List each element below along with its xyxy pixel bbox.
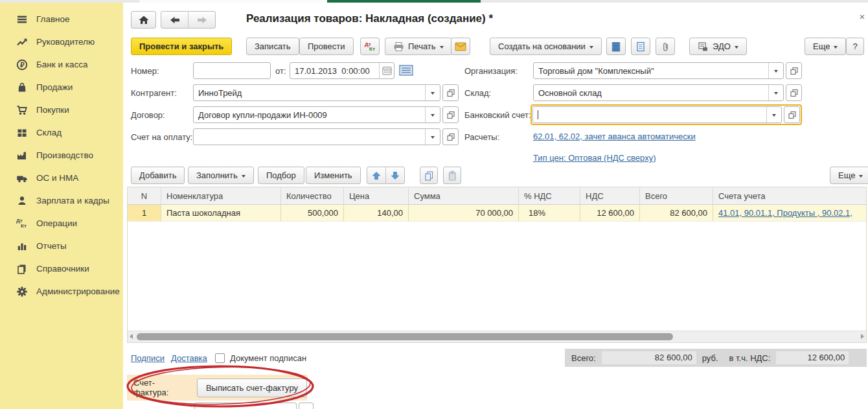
back-button[interactable] — [161, 12, 188, 28]
dropdown-button[interactable] — [425, 129, 440, 145]
warehouse-field[interactable]: Основной склад — [533, 84, 802, 101]
accounts-link[interactable]: 41.01, 90.01.1, Продукты , 90.02.1, — [718, 208, 852, 218]
pick-button[interactable]: Подбор — [258, 167, 304, 184]
document-structure-button[interactable] — [631, 38, 650, 55]
settlements-link[interactable]: 62.01, 62.02, зачет аванса автоматически — [533, 132, 696, 141]
paste-button[interactable] — [443, 167, 461, 184]
forward-button[interactable] — [188, 12, 215, 28]
dropdown-button[interactable] — [766, 107, 781, 123]
dtkt-button[interactable]: ДтКт — [360, 38, 380, 55]
number-field[interactable] — [193, 62, 271, 79]
save-button[interactable]: Записать — [246, 38, 299, 55]
total-value: 82 600,00 — [602, 351, 696, 364]
column-header-accounts[interactable]: Счета учета — [713, 187, 866, 204]
register-records-button[interactable] — [606, 38, 626, 55]
sidebar-item-bank-i-kassa[interactable]: Банк и касса — [0, 53, 123, 76]
invoice-field-button[interactable] — [299, 403, 314, 409]
arrow-up-icon — [372, 171, 381, 180]
totals-bar: Всего: 82 600,00 руб. в т.ч. НДС: 12 600… — [565, 349, 867, 367]
delivery-link[interactable]: Доставка — [171, 353, 207, 363]
contract-field[interactable]: Договор купли-продажи ИН-0009 — [193, 106, 459, 123]
sidebar-item-rukovoditelyu[interactable]: Руководителю — [0, 30, 123, 53]
print-button[interactable]: Печать — [385, 38, 452, 55]
dropdown-button[interactable] — [425, 85, 440, 100]
sidebar-item-spravochniki[interactable]: Справочники — [0, 257, 123, 280]
home-button[interactable] — [131, 11, 156, 29]
close-icon[interactable]: × — [856, 10, 868, 22]
column-header-sum[interactable]: Сумма — [409, 187, 519, 204]
more-button[interactable]: Еще — [805, 38, 846, 55]
sidebar-item-sklad[interactable]: Склад — [0, 121, 123, 144]
column-header-nomenclature[interactable]: Номенклатура — [161, 187, 281, 204]
price-type-link[interactable]: Тип цен: Оптовая (НДС сверху) — [533, 153, 656, 163]
column-header-total[interactable]: Всего — [640, 187, 713, 204]
open-button[interactable] — [784, 106, 800, 123]
copy-button[interactable] — [420, 167, 438, 184]
chevron-down-icon — [440, 46, 444, 49]
open-button[interactable] — [786, 84, 802, 101]
attachments-button[interactable] — [656, 38, 675, 55]
scroll-right-icon[interactable] — [861, 334, 864, 339]
chevron-down-icon — [774, 70, 778, 73]
issue-invoice-button[interactable]: Выписать счет-фактуру — [197, 379, 307, 397]
organization-field[interactable]: Торговый дом "Комплексный" — [533, 62, 802, 79]
scroll-left-icon[interactable] — [130, 334, 133, 339]
cell-price: 140,00 — [344, 205, 409, 221]
sidebar-item-otchety[interactable]: Отчеты — [0, 235, 123, 257]
browser-tab-strip — [0, 0, 868, 3]
dropdown-button[interactable] — [768, 85, 783, 100]
create-based-on-button[interactable]: Создать на основании — [490, 38, 602, 55]
sidebar-item-operacii[interactable]: ДтКт Операции — [0, 212, 123, 235]
date-field[interactable]: 17.01.2013 0:00:00 — [290, 62, 394, 79]
warehouse-label: Склад: — [464, 84, 491, 101]
post-and-close-button[interactable]: Провести и закрыть — [131, 38, 232, 55]
sidebar-item-pokupki[interactable]: Покупки — [0, 99, 123, 121]
add-row-button[interactable]: Добавить — [131, 167, 185, 184]
signatures-link[interactable]: Подписи — [131, 353, 165, 363]
sidebar-item-os-i-nma[interactable]: ОС и НМА — [0, 167, 123, 189]
calendar-button[interactable] — [379, 63, 394, 78]
cell-accounts: 41.01, 90.01.1, Продукты , 90.02.1, — [713, 205, 866, 221]
invoice-for-payment-label: Счет на оплату: — [131, 128, 192, 145]
edit-button[interactable]: Изменить — [306, 167, 361, 184]
horizontal-scrollbar[interactable] — [128, 331, 866, 342]
stack-icon — [611, 41, 621, 52]
document-journal-button[interactable] — [399, 65, 413, 78]
open-button[interactable] — [442, 106, 459, 123]
sidebar-item-zarplata-i-kadry[interactable]: Зарплата и кадры — [0, 189, 123, 212]
email-button[interactable] — [451, 38, 470, 55]
open-form-icon — [790, 66, 799, 75]
move-up-button[interactable] — [367, 167, 385, 183]
chevron-down-icon — [735, 46, 738, 49]
edo-button[interactable]: ЭДО — [689, 38, 747, 55]
column-header-vat[interactable]: НДС — [580, 187, 640, 204]
sidebar-item-glavnoe[interactable]: Главное — [0, 8, 123, 30]
gear-icon — [16, 286, 28, 298]
invoice-number-field[interactable] — [194, 403, 297, 409]
scrollbar-thumb[interactable] — [137, 333, 673, 340]
invoice-for-payment-field[interactable] — [193, 128, 459, 145]
table-row[interactable]: 1 Паста шоколадная 500,000 140,00 70 000… — [128, 205, 866, 222]
column-header-price[interactable]: Цена — [344, 187, 409, 204]
counterparty-field[interactable]: ИнноТрейд — [193, 84, 459, 101]
sidebar-item-administrirovanie[interactable]: Администрирование — [0, 280, 123, 303]
fill-button[interactable]: Заполнить — [188, 167, 254, 184]
cell-total: 82 600,00 — [640, 205, 713, 221]
sidebar-item-proizvodstvo[interactable]: Производство — [0, 144, 123, 167]
document-signed-checkbox[interactable] — [215, 353, 225, 363]
sidebar-item-prodazhi[interactable]: Продажи — [0, 76, 123, 99]
dropdown-button[interactable] — [425, 107, 440, 123]
open-button[interactable] — [786, 62, 802, 79]
post-button[interactable]: Провести — [299, 38, 354, 55]
items-more-button[interactable]: Еще — [830, 167, 868, 184]
dropdown-button[interactable] — [768, 63, 783, 78]
move-down-button[interactable] — [385, 167, 404, 183]
open-button[interactable] — [442, 128, 459, 145]
help-button[interactable]: ? — [846, 38, 864, 55]
column-header-vat-rate[interactable]: % НДС — [519, 187, 580, 204]
column-header-n[interactable]: N — [128, 187, 161, 204]
column-header-quantity[interactable]: Количество — [281, 187, 344, 204]
home-icon — [138, 14, 150, 26]
open-button[interactable] — [442, 84, 459, 101]
bank-account-field[interactable] — [532, 106, 800, 123]
